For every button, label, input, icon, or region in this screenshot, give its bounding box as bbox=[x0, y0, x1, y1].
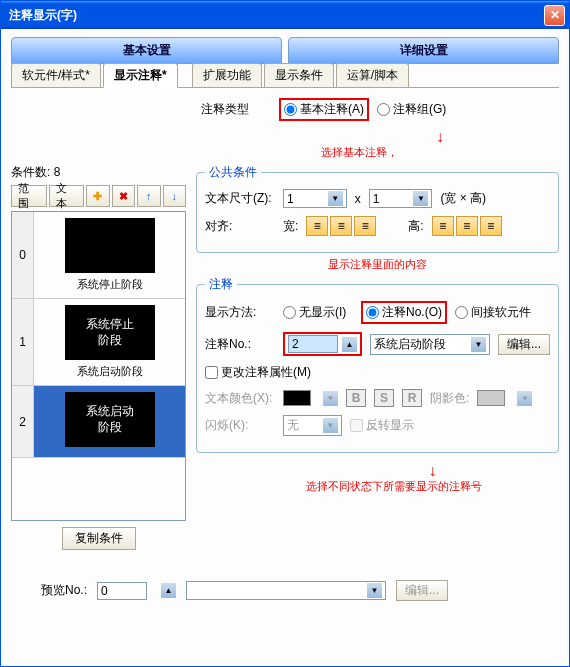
preview-select[interactable]: ▼ bbox=[186, 581, 386, 600]
btn-text[interactable]: 文本 bbox=[49, 185, 85, 207]
comment-group: 注释 显示方法: 无显示(I) 注释No.(O) 间接软元件 注释No.: ▲ bbox=[196, 276, 559, 453]
comment-legend: 注释 bbox=[205, 276, 237, 293]
anno-select-basic: 选择基本注释， bbox=[321, 145, 559, 160]
main-tab-row: 基本设置 详细设置 bbox=[11, 37, 559, 64]
right-column: 公共条件 文本尺寸(Z): 1▼ x 1▼ (宽 × 高) 对齐: 宽: ≡ ≡ bbox=[196, 164, 559, 550]
preview-row-1[interactable]: 1 系统停止 阶段 系统启动阶段 bbox=[12, 299, 185, 386]
blink-label: 闪烁(K): bbox=[205, 417, 275, 434]
comment-type-row: 注释类型 基本注释(A) 注释组(G) bbox=[201, 98, 559, 121]
align-label: 对齐: bbox=[205, 218, 275, 235]
chevron-down-icon: ▼ bbox=[328, 191, 343, 206]
tab-detail-settings[interactable]: 详细设置 bbox=[288, 37, 559, 64]
btn-move-down[interactable]: ↓ bbox=[163, 185, 187, 207]
size-unit: (宽 × 高) bbox=[440, 190, 486, 207]
style-button: S bbox=[374, 389, 394, 407]
anno-arrow-2: ↓ 选择不同状态下所需要显示的注释号 bbox=[306, 463, 559, 494]
text-color-swatch bbox=[283, 390, 311, 406]
change-attr-checkbox[interactable]: 更改注释属性(M) bbox=[205, 364, 311, 381]
blink-select: 无▼ bbox=[283, 415, 342, 436]
btn-range[interactable]: 范围 bbox=[11, 185, 47, 207]
text-size-label: 文本尺寸(Z): bbox=[205, 190, 275, 207]
align-right-button[interactable]: ≡ bbox=[354, 216, 376, 236]
preview-label: 系统停止阶段 bbox=[77, 277, 143, 292]
preview-box: 系统启动 阶段 bbox=[65, 392, 155, 447]
content-area: 基本设置 详细设置 软元件/样式* 显示注释* 扩展功能 显示条件 运算/脚本 … bbox=[1, 29, 569, 666]
chevron-down-icon: ▼ bbox=[323, 418, 338, 433]
edit-button[interactable]: 编辑... bbox=[498, 334, 550, 355]
height-select[interactable]: 1▼ bbox=[369, 189, 433, 208]
dialog-window: 注释显示(字) ✕ 基本设置 详细设置 软元件/样式* 显示注释* 扩展功能 显… bbox=[0, 0, 570, 667]
reverse-button: R bbox=[402, 389, 422, 407]
titlebar: 注释显示(字) ✕ bbox=[1, 1, 569, 29]
comment-type-label: 注释类型 bbox=[201, 101, 271, 118]
comment-select[interactable]: 系统启动阶段▼ bbox=[370, 334, 490, 355]
btn-delete[interactable]: ✖ bbox=[112, 185, 136, 207]
preview-edit-button[interactable]: 编辑... bbox=[396, 580, 448, 601]
align-left-button[interactable]: ≡ bbox=[306, 216, 328, 236]
preview-row-2[interactable]: 2 系统启动 阶段 bbox=[12, 386, 185, 458]
common-conditions-group: 公共条件 文本尺寸(Z): 1▼ x 1▼ (宽 × 高) 对齐: 宽: ≡ ≡ bbox=[196, 164, 559, 253]
comment-no-label: 注释No.: bbox=[205, 336, 275, 353]
basic-comment-highlight: 基本注释(A) bbox=[279, 98, 369, 121]
width-select[interactable]: 1▼ bbox=[283, 189, 347, 208]
anno-show-content: 显示注释里面的内容 bbox=[196, 257, 559, 272]
radio-comment-no[interactable]: 注释No.(O) bbox=[366, 304, 442, 321]
tab-device-style[interactable]: 软元件/样式* bbox=[11, 63, 101, 87]
radio-basic-comment[interactable]: 基本注释(A) bbox=[284, 101, 364, 118]
tab-script[interactable]: 运算/脚本 bbox=[336, 63, 409, 87]
anno-arrow-1: ↓ 选择基本注释， bbox=[321, 129, 559, 160]
condition-count: 条件数: 8 bbox=[11, 164, 186, 181]
preview-list[interactable]: 0 系统停止阶段 1 系统停止 阶段 系统启动阶段 bbox=[11, 211, 186, 521]
window-title: 注释显示(字) bbox=[5, 7, 544, 24]
spinner-icon[interactable]: ▲ bbox=[161, 583, 176, 598]
chevron-down-icon: ▼ bbox=[367, 583, 382, 598]
preview-num: 0 bbox=[12, 212, 34, 298]
text-color-label: 文本颜色(X): bbox=[205, 390, 275, 407]
btn-move-up[interactable]: ↑ bbox=[137, 185, 161, 207]
align-center-button[interactable]: ≡ bbox=[330, 216, 352, 236]
tab-display-cond[interactable]: 显示条件 bbox=[264, 63, 334, 87]
radio-indirect[interactable]: 间接软元件 bbox=[455, 304, 531, 321]
radio-comment-group[interactable]: 注释组(G) bbox=[377, 101, 447, 118]
preview-no-input[interactable] bbox=[97, 582, 147, 600]
align-middle-button[interactable]: ≡ bbox=[456, 216, 478, 236]
preview-no-row: 预览No.: ▲ ▼ 编辑... bbox=[11, 580, 559, 601]
radio-no-display[interactable]: 无显示(I) bbox=[283, 304, 353, 321]
bold-button: B bbox=[346, 389, 366, 407]
comment-no-input[interactable] bbox=[288, 335, 338, 353]
chevron-down-icon: ▼ bbox=[471, 337, 486, 352]
preview-box: 系统停止 阶段 bbox=[65, 305, 155, 360]
sub-tab-row: 软元件/样式* 显示注释* 扩展功能 显示条件 运算/脚本 bbox=[11, 63, 559, 88]
preview-label: 系统启动阶段 bbox=[77, 364, 143, 379]
preview-num: 1 bbox=[12, 299, 34, 385]
invert-checkbox: 反转显示 bbox=[350, 417, 420, 434]
preview-box bbox=[65, 218, 155, 273]
preview-row-0[interactable]: 0 系统停止阶段 bbox=[12, 212, 185, 299]
left-column: 条件数: 8 范围 文本 ✚ ✖ ↑ ↓ 0 系统停止阶段 bbox=[11, 164, 186, 550]
tab-basic-settings[interactable]: 基本设置 bbox=[11, 37, 282, 64]
anno-select-state: 选择不同状态下所需要显示的注释号 bbox=[306, 479, 559, 494]
tab-extend[interactable]: 扩展功能 bbox=[192, 63, 262, 87]
align-top-button[interactable]: ≡ bbox=[432, 216, 454, 236]
copy-condition-button[interactable]: 复制条件 bbox=[62, 527, 136, 550]
chevron-down-icon: ▼ bbox=[323, 391, 338, 406]
close-button[interactable]: ✕ bbox=[544, 5, 565, 26]
preview-num: 2 bbox=[12, 386, 34, 457]
tab-display-comment[interactable]: 显示注释* bbox=[103, 63, 178, 88]
shadow-color-swatch bbox=[477, 390, 505, 406]
align-bottom-button[interactable]: ≡ bbox=[480, 216, 502, 236]
preview-toolbar: 范围 文本 ✚ ✖ ↑ ↓ bbox=[11, 185, 186, 207]
chevron-down-icon: ▼ bbox=[413, 191, 428, 206]
common-legend: 公共条件 bbox=[205, 164, 261, 181]
chevron-down-icon: ▼ bbox=[517, 391, 532, 406]
spinner-icon[interactable]: ▲ bbox=[342, 337, 357, 352]
btn-add[interactable]: ✚ bbox=[86, 185, 110, 207]
preview-no-label: 预览No.: bbox=[41, 582, 87, 599]
display-method-label: 显示方法: bbox=[205, 304, 275, 321]
